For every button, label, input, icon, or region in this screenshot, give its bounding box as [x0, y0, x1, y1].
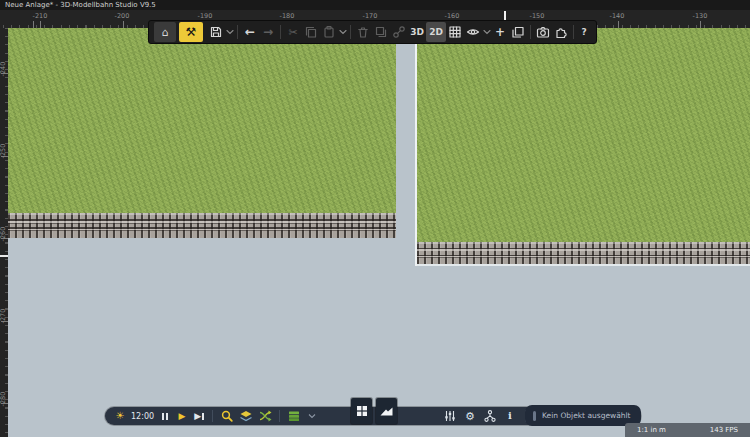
clock-time[interactable]: 12:00 — [131, 412, 154, 421]
view-2d-button[interactable]: 2D — [426, 22, 446, 42]
toolbar-divider — [279, 410, 280, 422]
ruler-label: -180 — [280, 12, 295, 20]
undo-button[interactable]: ← — [241, 22, 259, 42]
grass-texture — [8, 28, 396, 213]
link-icon — [392, 25, 406, 39]
gear-icon: ⚙ — [465, 411, 475, 422]
ruler-label: -150 — [530, 12, 545, 20]
event-graph-button[interactable] — [483, 409, 497, 423]
terrain-button[interactable] — [376, 398, 397, 424]
daylight-icon[interactable]: ☀ — [114, 411, 126, 421]
group-button[interactable] — [390, 22, 408, 42]
view-3d-button[interactable]: 3D — [408, 22, 426, 42]
selection-status-panel: Kein Objekt ausgewählt — [525, 405, 641, 426]
fps-label: 143 FPS — [710, 426, 738, 434]
object-list-button[interactable] — [287, 409, 301, 423]
paste-dropdown[interactable] — [338, 28, 347, 36]
add-object-button[interactable]: + — [491, 22, 509, 42]
help-label: ? — [581, 27, 586, 37]
duplicate-icon — [374, 25, 388, 39]
catalog-button[interactable] — [351, 398, 372, 424]
step-bar-icon — [202, 413, 204, 420]
visibility-button[interactable] — [464, 22, 482, 42]
ruler-label: -140 — [610, 12, 625, 20]
step-play-icon: ▶ — [194, 412, 201, 421]
help-button[interactable]: ? — [577, 22, 591, 42]
chevron-down-icon — [339, 28, 347, 36]
eye-icon — [466, 25, 480, 39]
ruler-label: -280 — [0, 387, 7, 411]
baseplate-right[interactable] — [417, 28, 750, 266]
catalog-grid-icon — [355, 404, 369, 418]
vertical-ruler: -240 -250 -260 -270 -280 — [0, 28, 8, 437]
main-toolbar: ⌂ ⚒ ← → ✂ — [148, 20, 597, 44]
grid-icon — [448, 25, 462, 39]
hierarchy-icon — [483, 409, 497, 423]
pause-button[interactable] — [159, 413, 171, 420]
edit-tools-button[interactable]: ⚒ — [179, 22, 203, 42]
title-bar: Neue Anlage* - 3D-Modellbahn Studio V9.5 — [0, 0, 750, 10]
magnifier-icon — [220, 409, 234, 423]
back-icon: ← — [245, 26, 255, 38]
properties-button[interactable] — [443, 409, 457, 423]
baseplate-left[interactable] — [8, 28, 396, 238]
toolbar-divider — [280, 25, 281, 39]
sliders-icon — [443, 409, 457, 423]
shuffle-icon — [258, 409, 272, 423]
bottom-toolbar: ☀ 12:00 ▶ ▶ — [105, 407, 641, 425]
layers-icon — [239, 409, 253, 423]
toolbar-divider — [237, 25, 238, 39]
random-button[interactable] — [258, 409, 272, 423]
copy-button[interactable] — [302, 22, 320, 42]
copy-icon — [304, 25, 318, 39]
save-dropdown[interactable] — [225, 28, 234, 36]
chevron-down-icon — [226, 28, 234, 36]
windows-button[interactable] — [509, 22, 527, 42]
simulation-controls: ☀ 12:00 ▶ ▶ — [114, 407, 318, 425]
object-list-dropdown[interactable] — [306, 412, 318, 420]
visibility-dropdown[interactable] — [482, 28, 491, 36]
railroad-track[interactable] — [8, 213, 396, 238]
scale-label: 1:1 in m — [637, 426, 666, 434]
ruler-label: -240 — [0, 57, 7, 81]
redo-button[interactable]: → — [259, 22, 277, 42]
layers-button[interactable] — [239, 409, 253, 423]
delete-button[interactable] — [354, 22, 372, 42]
ruler-cursor-marker — [0, 255, 8, 257]
selection-marker-icon — [533, 411, 536, 421]
chevron-down-icon — [308, 412, 316, 420]
duplicate-button[interactable] — [372, 22, 390, 42]
tools-icon: ⚒ — [186, 26, 197, 38]
paste-button[interactable] — [320, 22, 338, 42]
chevron-down-icon — [483, 28, 491, 36]
selection-status: Kein Objekt ausgewählt — [542, 411, 631, 420]
grid-button[interactable] — [446, 22, 464, 42]
ruler-label: -160 — [445, 12, 460, 20]
ruler-label: -170 — [363, 12, 378, 20]
play-button[interactable]: ▶ — [176, 412, 188, 421]
ruler-label: -260 — [0, 222, 7, 246]
ruler-label: -130 — [693, 12, 708, 20]
toolbar-divider — [350, 25, 351, 39]
info-button[interactable]: i — [504, 411, 516, 421]
ruler-label: -190 — [198, 12, 213, 20]
zoom-button[interactable] — [220, 409, 234, 423]
toolbar-divider — [530, 25, 531, 39]
status-bar: 1:1 in m 143 FPS — [625, 423, 750, 437]
plus-icon: + — [495, 26, 505, 38]
settings-button[interactable]: ⚙ — [464, 411, 476, 422]
step-button[interactable]: ▶ — [193, 412, 205, 421]
ruler-label: -200 — [115, 12, 130, 20]
save-button[interactable] — [207, 22, 225, 42]
ruler-label: -250 — [0, 139, 7, 163]
home-button[interactable]: ⌂ — [154, 22, 176, 42]
object-stack-icon — [287, 409, 301, 423]
grass-texture — [417, 28, 750, 242]
plugins-button[interactable] — [552, 22, 570, 42]
screenshot-button[interactable] — [534, 22, 552, 42]
cut-button[interactable]: ✂ — [284, 22, 302, 42]
toolbar-divider — [212, 410, 213, 422]
railroad-track[interactable] — [417, 242, 750, 264]
ruler-label: -210 — [33, 12, 48, 20]
trash-icon — [356, 25, 370, 39]
